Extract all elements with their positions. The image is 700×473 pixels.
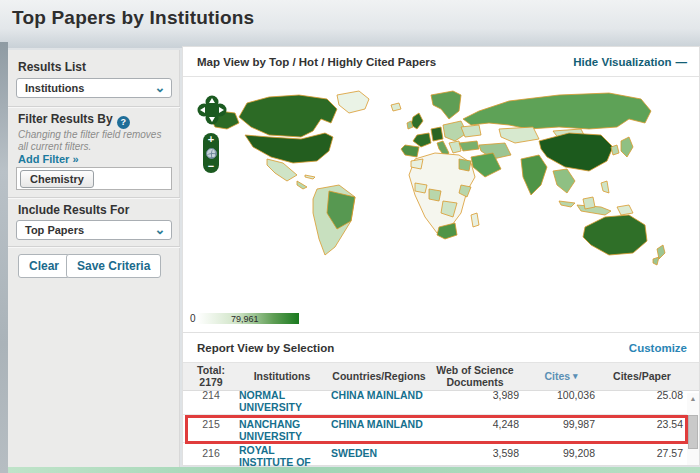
institution-link[interactable]: ROYAL INSTITUTE OF TECHNOLOGY [239,444,331,467]
cites-paper-cell: 25.08 [599,391,683,401]
include-results-dropdown[interactable]: Top Papers ⌄ [16,220,172,240]
left-edge-strip [0,42,8,473]
save-criteria-button[interactable]: Save Criteria [66,254,161,278]
table-body-inner: 214 NORMAL UNIVERSITY CHINA MAINLAND 3,9… [183,391,687,467]
scrollbar-thumb[interactable] [688,415,698,449]
wos-cell: 3,598 [427,447,519,459]
map-canvas[interactable]: + − [183,77,699,309]
column-cites-sort[interactable]: Cites ▾ [523,363,599,391]
column-cites-paper: Cites/Paper [599,363,685,391]
rank-cell: 215 [189,418,233,430]
filter-note: Changing the filter field removes all cu… [18,129,168,152]
include-results-value: Top Papers [17,224,149,236]
map-section-header: Map View by Top / Hot / Highly Cited Pap… [183,47,699,77]
clear-button[interactable]: Clear [18,254,70,278]
minus-icon: — [676,56,688,68]
esi-screen: Top Papers by Institutions Results List … [0,0,700,473]
map-zoom-control: + − [203,133,219,173]
country-cell: CHINA MAINLAND [331,418,426,430]
table-row-215[interactable]: 215 NANCHANG UNIVERSITY CHINA MAINLAND 4… [183,415,687,443]
cites-cell: 100,036 [523,391,595,401]
hide-visualization-link[interactable]: Hide Visualization— [573,56,687,68]
include-results-label: Include Results For [18,203,129,217]
filter-results-label-text: Filter Results By [18,112,113,126]
column-countries: Countries/Regions [331,363,427,391]
rank-cell: 214 [189,391,233,401]
results-list-label: Results List [18,60,86,74]
column-total: Total: 2179 [189,363,233,391]
wos-cell: 4,248 [427,418,519,430]
legend-min-label: 0 [190,313,196,324]
country-cell: CHINA MAINLAND [331,391,426,401]
filter-input-box[interactable]: Chemistry [16,167,172,190]
wos-cell: 3,989 [427,391,519,401]
chevron-down-icon: ⌄ [149,80,171,96]
country-cell: SWEDEN [331,447,426,459]
zoom-out-button[interactable]: − [208,161,214,172]
cites-paper-cell: 23.54 [599,418,683,430]
sidebar-divider [8,246,180,248]
institution-link[interactable]: NANCHANG UNIVERSITY [239,418,331,442]
total-count: 2179 [199,377,222,389]
help-icon[interactable]: ? [117,116,130,129]
customize-link[interactable]: Customize [629,342,687,354]
table-scrollbar[interactable]: ▲ [687,393,699,465]
page-title: Top Papers by Institutions [12,7,254,29]
sidebar-divider [8,106,180,108]
map-view-title: Map View by Top / Hot / Highly Cited Pap… [197,56,436,68]
map-pan-control[interactable] [197,95,227,125]
main-panel: Map View by Top / Hot / Highly Cited Pap… [182,46,700,466]
rank-cell: 216 [189,447,233,459]
hide-visualization-text: Hide Visualization [573,56,671,68]
map-legend: 0 79,961 [183,309,699,333]
scroll-up-icon[interactable]: ▲ [687,393,699,405]
zoom-in-button[interactable]: + [208,134,214,145]
cites-cell: 99,987 [523,418,595,430]
table-header-row: Total: 2179 Institutions Countries/Regio… [183,363,699,391]
cites-label: Cites [544,371,570,383]
table-row-216[interactable]: 216 ROYAL INSTITUTE OF TECHNOLOGY SWEDEN… [183,443,687,467]
cites-cell: 99,208 [523,447,595,459]
institution-link[interactable]: NORMAL UNIVERSITY [239,391,331,413]
report-section-header: Report View by Selection Customize [183,333,699,363]
sidebar-divider [8,197,180,199]
bottom-edge-strip [8,467,700,473]
results-list-value: Institutions [17,82,149,94]
table-body: 214 NORMAL UNIVERSITY CHINA MAINLAND 3,9… [183,391,687,467]
chevron-down-icon: ⌄ [149,222,171,238]
column-institutions: Institutions [233,363,331,391]
sort-caret-icon: ▾ [573,372,578,382]
sidebar: Results List Institutions ⌄ Filter Resul… [8,50,180,473]
world-map[interactable] [209,89,671,289]
report-view-title: Report View by Selection [197,342,334,354]
column-wos-documents: Web of Science Documents [427,363,523,391]
globe-icon[interactable] [206,148,217,159]
filter-results-label: Filter Results By? [18,112,130,129]
cites-paper-cell: 27.57 [599,447,683,459]
page-header-band: Top Papers by Institutions [0,0,700,48]
add-filter-link[interactable]: Add Filter » [18,153,79,165]
legend-max-label: 79,961 [231,314,259,324]
table-row-214[interactable]: 214 NORMAL UNIVERSITY CHINA MAINLAND 3,9… [183,391,687,415]
filter-chip-chemistry[interactable]: Chemistry [20,170,94,188]
results-list-dropdown[interactable]: Institutions ⌄ [16,78,172,98]
